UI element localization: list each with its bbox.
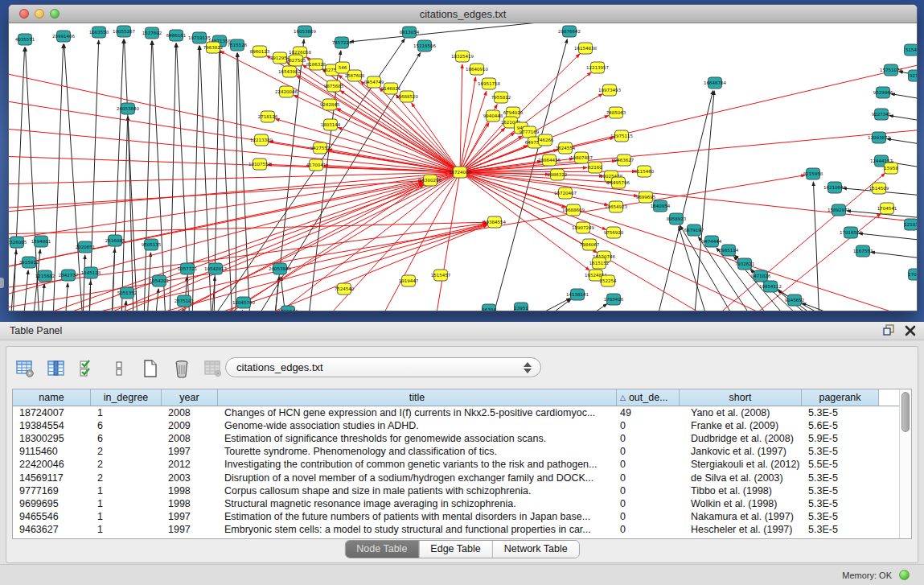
graph-node[interactable]: 19654923: [605, 201, 627, 212]
column-header-year[interactable]: year: [162, 389, 218, 406]
graph-node[interactable]: 7963822: [203, 42, 224, 53]
delete-column-icon[interactable]: [171, 358, 192, 379]
select-columns-icon[interactable]: [46, 358, 67, 379]
graph-node[interactable]: 9474444: [702, 236, 722, 247]
graph-node[interactable]: 18640910: [466, 64, 488, 75]
table-row[interactable]: 911546021997Tourette syndrome. Phenomeno…: [13, 445, 911, 458]
column-header-short[interactable]: short: [680, 389, 802, 406]
graph-node[interactable]: 9227341: [872, 109, 892, 120]
table-scrollbar-thumb[interactable]: [901, 392, 910, 432]
graph-node[interactable]: 62160: [588, 162, 602, 173]
graph-node[interactable]: 2718126: [258, 111, 278, 122]
select-rows-icon[interactable]: [77, 358, 98, 379]
column-header-out_de[interactable]: △out_de...: [617, 389, 680, 406]
graph-node[interactable]: 7515526: [228, 39, 248, 51]
close-panel-icon[interactable]: [905, 324, 916, 336]
graph-node[interactable]: 15958: [884, 163, 898, 174]
graph-node[interactable]: 1704541: [877, 203, 897, 214]
graph-node[interactable]: 15751074: [880, 64, 902, 76]
graph-node[interactable]: 2326085: [9, 237, 27, 248]
graph-node[interactable]: 1919447: [399, 275, 419, 286]
graph-node[interactable]: 15688520: [396, 91, 418, 102]
graph-node[interactable]: 10107552: [248, 159, 271, 170]
graph-node[interactable]: 252254: [600, 275, 617, 286]
graph-node[interactable]: 20876642: [558, 26, 581, 37]
graph-node[interactable]: 1640954: [651, 200, 671, 212]
create-column-icon[interactable]: [140, 358, 161, 379]
graph-node[interactable]: 12093872: [868, 132, 890, 143]
graph-node[interactable]: 9274: [909, 70, 918, 81]
graph-node[interactable]: 1145128: [81, 267, 101, 278]
graph-node[interactable]: 1615152: [589, 257, 610, 269]
column-header-in_degree[interactable]: in_degree: [91, 389, 162, 406]
table-row[interactable]: 946554611997Estimation of the future num…: [13, 510, 911, 523]
graph-node[interactable]: 16951758: [478, 78, 500, 89]
graph-node[interactable]: 16648784: [704, 77, 726, 89]
graph-node[interactable]: 746266: [537, 134, 554, 146]
graph-node[interactable]: 16053809: [294, 26, 316, 37]
graph-node[interactable]: 26053840: [117, 103, 139, 114]
graph-node[interactable]: 12975115: [610, 130, 633, 142]
graph-node[interactable]: 8813054: [400, 27, 420, 38]
graph-node[interactable]: 9756928: [604, 227, 624, 238]
graph-node[interactable]: 1215682: [35, 270, 55, 282]
graph-node[interactable]: 5154: [905, 44, 918, 56]
graph-node[interactable]: 1515457: [431, 270, 451, 281]
graph-node[interactable]: 6466161: [166, 30, 187, 41]
graph-node[interactable]: 10542013: [204, 263, 227, 274]
graph-node[interactable]: 16210643: [823, 182, 846, 193]
network-view-window[interactable]: citations_edges.txt 40355712099140610035…: [8, 4, 918, 311]
column-header-name[interactable]: name: [13, 389, 91, 406]
graph-node[interactable]: 17045: [908, 269, 917, 280]
graph-node[interactable]: 20991406: [52, 31, 75, 42]
graph-node[interactable]: 96384: [482, 304, 496, 311]
table-row[interactable]: 2242004622012Investigating the contribut…: [13, 458, 911, 471]
graph-node[interactable]: 7955812: [491, 92, 511, 103]
network-canvas[interactable]: 4035571209914061003558100552871527602646…: [9, 23, 917, 311]
graph-node[interactable]: 4035571: [15, 34, 35, 45]
graph-node[interactable]: 9875685: [324, 80, 344, 92]
graph-node[interactable]: 7485063: [606, 107, 626, 118]
graph-node[interactable]: 1054201: [150, 275, 170, 286]
graph-node[interactable]: 3915912: [19, 257, 39, 268]
graph-node[interactable]: 1783416: [604, 294, 624, 305]
graph-node[interactable]: 4170041: [306, 159, 326, 171]
graph-node[interactable]: 7857224: [332, 37, 352, 48]
graph-node[interactable]: 2986322: [548, 169, 568, 180]
tab-edge-table[interactable]: Edge Table: [419, 541, 492, 558]
table-row[interactable]: 1872400712008Changes of HCN gene express…: [13, 406, 911, 419]
graph-node[interactable]: 1167553: [853, 245, 873, 257]
graph-node[interactable]: 2567608: [345, 70, 365, 81]
graph-node[interactable]: 12103: [904, 219, 917, 230]
graph-node[interactable]: 9427552: [310, 142, 331, 154]
graph-node[interactable]: 2342737: [59, 270, 79, 281]
table-scrollbar[interactable]: [899, 389, 911, 538]
float-panel-icon[interactable]: [883, 324, 895, 336]
table-options-icon[interactable]: [14, 358, 35, 379]
table-row[interactable]: 1938455462009Genome-wide association stu…: [13, 419, 911, 432]
graph-node[interactable]: 9245652: [785, 295, 805, 306]
graph-node[interactable]: 1003558: [89, 27, 109, 38]
graph-node[interactable]: 1057721: [178, 263, 198, 274]
graph-node[interactable]: 12213389: [250, 134, 273, 146]
graph-node[interactable]: 1594801: [31, 236, 51, 247]
column-header-pagerank[interactable]: pagerank: [802, 389, 879, 406]
graph-node[interactable]: 8958923: [667, 213, 687, 225]
graph-node[interactable]: 2020651: [76, 241, 96, 253]
graph-nodes[interactable]: 4035571209914061003558100552871527602646…: [9, 26, 917, 311]
graph-node[interactable]: 15218506: [413, 40, 436, 51]
table-row[interactable]: 1456911722003Disruption of a novel membe…: [13, 471, 911, 484]
graph-node[interactable]: 19384554: [483, 216, 506, 228]
tab-node-table[interactable]: Node Table: [345, 541, 419, 558]
network-canvas-svg[interactable]: 4035571209914061003558100552871527602646…: [9, 23, 917, 311]
graph-node[interactable]: 23951: [514, 303, 528, 311]
row-height-icon[interactable]: [109, 358, 129, 379]
graph-node[interactable]: 1803144: [321, 119, 341, 130]
graph-node[interactable]: 7524540: [335, 283, 355, 295]
graph-node[interactable]: 9777169: [519, 126, 540, 138]
graph-node[interactable]: 546: [336, 62, 350, 73]
graph-node[interactable]: 8215958: [803, 168, 823, 179]
graph-node[interactable]: 10055287: [113, 26, 135, 37]
table-row[interactable]: 977716911998Corpus callosum shape and si…: [13, 484, 911, 497]
graph-node[interactable]: 12213957: [586, 62, 609, 73]
